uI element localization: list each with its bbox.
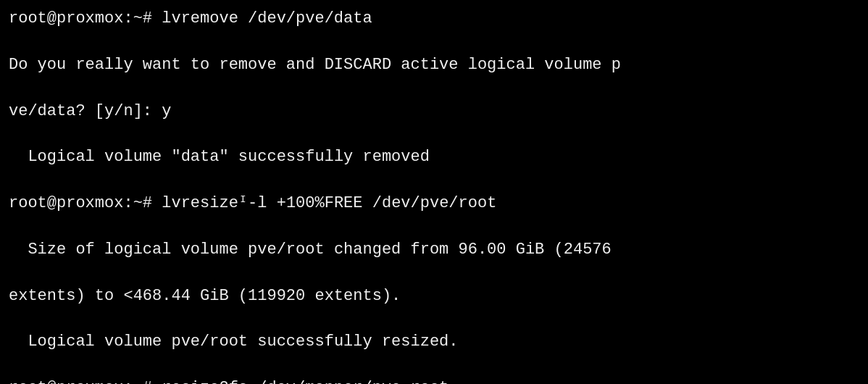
terminal-line: root@proxmox:~# lvresizeᴵ-l +100%FREE /d…: [9, 192, 859, 215]
terminal-line: Size of logical volume pve/root changed …: [9, 238, 859, 262]
terminal-line: Logical volume pve/root successfully res…: [9, 330, 859, 354]
terminal-line: Logical volume "data" successfully remov…: [9, 146, 859, 169]
terminal-line: ve/data? [y/n]: y: [9, 100, 859, 123]
terminal-line: Do you really want to remove and DISCARD…: [9, 54, 859, 77]
terminal-line: root@proxmox:~# lvremove /dev/pve/data: [9, 7, 859, 30]
terminal-window: root@proxmox:~# lvremove /dev/pve/data D…: [0, 0, 868, 384]
terminal-line: extents) to <468.44 GiB (119920 extents)…: [9, 285, 859, 308]
terminal-line: root@proxmox:~# resize2fs /dev/mapper/pv…: [9, 377, 859, 384]
